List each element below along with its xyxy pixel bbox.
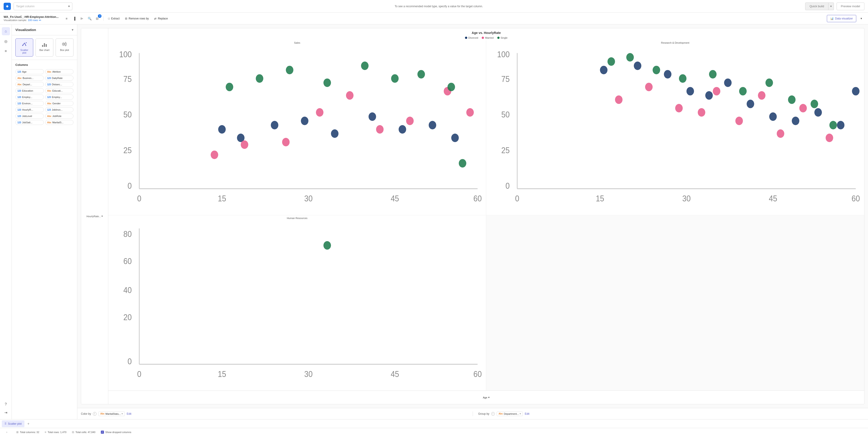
row-count[interactable]: 100 rows <box>28 19 38 22</box>
col-name-label: HourlyR... <box>22 108 33 111</box>
viz-type-scatter[interactable]: Scatter plot <box>16 38 33 57</box>
list-icon-button[interactable]: ≡ <box>63 15 70 22</box>
preview-model-button[interactable]: Preview model <box>837 2 864 10</box>
help-icon: ? <box>5 402 7 406</box>
column-chip[interactable]: 123HourlyR... <box>16 107 44 112</box>
expand-button[interactable]: ▾ <box>858 16 864 22</box>
svg-text:15: 15 <box>218 369 226 379</box>
col-name-label: Attrition <box>52 70 61 73</box>
filter-icon-button[interactable]: ⊫ <box>79 15 85 22</box>
column-chip[interactable]: 123JobLevel <box>16 114 44 119</box>
column-chip[interactable]: 123Education <box>16 88 44 93</box>
column-chip[interactable]: 123Distanc... <box>45 82 74 87</box>
svg-point-0 <box>6 6 8 7</box>
column-chip[interactable]: AbcJobRole <box>45 114 74 119</box>
col-type-badge: 123 <box>18 70 21 73</box>
scatter-svg-sales: 0 15 30 45 60 0 25 50 75 100 <box>109 45 485 214</box>
column-chip[interactable]: AbcEducati... <box>45 88 74 93</box>
column-chip[interactable]: AbcBusines... <box>16 76 44 81</box>
col-name-label: Age <box>22 70 27 73</box>
y-axis-dropdown[interactable]: HourlyRate... ▾ <box>86 215 103 217</box>
svg-point-92 <box>679 74 686 83</box>
nav-help-button[interactable]: ? <box>2 400 10 408</box>
column-chip[interactable]: 123JobInvo... <box>45 107 74 112</box>
group-by-selector[interactable]: Abc Department... ▾ <box>497 412 523 416</box>
plot-research-area: 0 15 30 45 60 0 25 50 75 100 <box>487 45 863 214</box>
svg-text:30: 30 <box>304 194 313 203</box>
svg-point-70 <box>686 87 694 95</box>
x-axis-dropdown[interactable]: Age ▾ <box>483 396 490 399</box>
nav-model-button[interactable]: ◎ <box>2 37 10 45</box>
svg-point-32 <box>331 129 338 138</box>
svg-text:20: 20 <box>123 312 132 322</box>
sidebar-collapse-button[interactable]: ▾ <box>72 28 73 32</box>
edit-rows-icon[interactable]: ✏ <box>39 19 41 22</box>
model-icon: ◎ <box>4 39 7 43</box>
viz-type-box[interactable]: Box plot <box>56 38 73 57</box>
app-logo <box>4 3 11 10</box>
col-type-badge: Abc <box>18 77 22 80</box>
tab-scatter-plot[interactable]: ⠿ Scatter plot <box>2 420 24 427</box>
nav-menu-button[interactable]: ≡ <box>2 47 10 55</box>
viz-type-bar[interactable]: Bar chart <box>35 38 53 57</box>
remove-rows-button[interactable]: ⊟ Remove rows by <box>123 15 151 22</box>
col-type-badge: Abc <box>47 102 52 105</box>
top-bar: Target column ▾ To see a recommended mod… <box>0 0 868 13</box>
quick-build-button[interactable]: Quick build <box>805 2 828 10</box>
chart-title: Age vs. HourlyRate <box>112 31 861 35</box>
nav-export-button[interactable]: ⇥ <box>2 408 10 416</box>
svg-point-72 <box>724 79 732 87</box>
color-by-edit[interactable]: Edit <box>127 412 131 415</box>
svg-point-75 <box>792 117 799 125</box>
group-by-section: Group by i Abc Department... ▾ Edit <box>473 412 865 416</box>
scatter-svg-hr: 0 15 30 45 60 0 20 40 60 80 <box>109 220 485 390</box>
group-by-edit[interactable]: Edit <box>525 412 529 415</box>
total-rows-value: Total rows: 1,470 <box>48 431 66 434</box>
column-chip[interactable]: AbcAttrition <box>45 69 74 74</box>
replace-button[interactable]: ⇄ Replace <box>152 15 169 22</box>
box-label: Box plot <box>60 49 69 51</box>
column-chip[interactable]: 123JobSati... <box>16 120 44 125</box>
chart-icon-button[interactable]: ▐ <box>71 15 78 22</box>
features-badge-wrap: ⊟ 3 <box>94 15 101 22</box>
svg-point-30 <box>271 121 278 129</box>
target-column-select[interactable]: Target column ▾ <box>13 2 72 10</box>
svg-point-95 <box>765 79 773 87</box>
column-chip[interactable]: AbcDepart... <box>16 82 44 87</box>
column-chip[interactable]: 123Employ... <box>45 94 74 99</box>
show-dropped-checkbox[interactable]: ✓ <box>101 431 104 434</box>
svg-point-43 <box>406 117 414 125</box>
sidebar-header: Visualization ▾ <box>12 24 77 35</box>
svg-text:50: 50 <box>501 110 510 119</box>
replace-icon: ⇄ <box>154 17 156 20</box>
plot-sales-area: 0 15 30 45 60 0 25 50 75 100 <box>109 45 485 214</box>
svg-point-71 <box>705 91 713 99</box>
svg-point-68 <box>634 62 641 70</box>
svg-text:50: 50 <box>123 110 132 119</box>
add-tab-button[interactable]: + <box>25 420 32 427</box>
status-left-arrow-button[interactable]: › <box>4 429 10 435</box>
target-column-placeholder: Target column <box>16 4 35 8</box>
search-icon-button[interactable]: 🔍 <box>86 15 93 22</box>
col-type-badge: 123 <box>47 83 51 86</box>
chevron-down-icon: ▾ <box>861 17 862 20</box>
group-by-info-icon[interactable]: i <box>491 412 495 416</box>
column-chip[interactable]: AbcMaritalS... <box>45 120 74 125</box>
nav-home-button[interactable]: ⌂ <box>2 27 10 35</box>
col-name-label: DailyRate <box>52 77 63 80</box>
column-chip[interactable]: 123Employ... <box>16 94 44 99</box>
column-chip[interactable]: 123Environ... <box>16 101 44 106</box>
column-chip[interactable]: 123Age <box>16 69 44 74</box>
column-chip[interactable]: 123DailyRate <box>45 76 74 81</box>
color-by-selector[interactable]: Abc MaritalStatu... ▾ <box>98 412 125 416</box>
show-dropped-columns[interactable]: ✓ Show dropped columns <box>101 431 131 434</box>
column-chip[interactable]: AbcGender <box>45 101 74 106</box>
quick-build-arrow-button[interactable]: ▾ <box>829 2 834 10</box>
data-visualizer-button[interactable]: 📊 Data visualizer <box>827 15 856 22</box>
left-nav-bottom: ? ⇥ <box>2 400 10 416</box>
color-by-info-icon[interactable]: i <box>93 412 96 416</box>
chevron-down-icon: ▾ <box>520 412 521 415</box>
svg-point-42 <box>376 125 383 134</box>
extract-button[interactable]: □ Extract <box>106 15 121 22</box>
columns-grid: 123AgeAbcAttritionAbcBusines...123DailyR… <box>16 69 73 125</box>
